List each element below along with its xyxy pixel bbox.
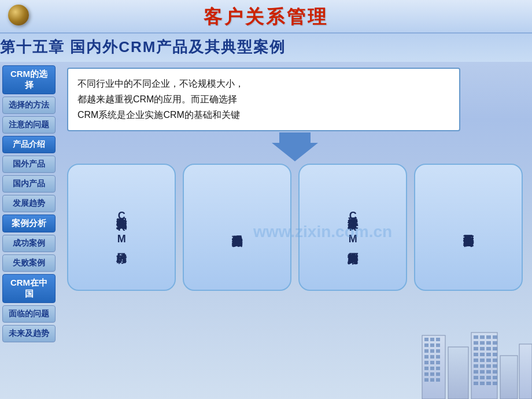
buildings-illustration (416, 330, 532, 399)
svg-rect-64 (493, 382, 497, 385)
svg-rect-14 (424, 355, 428, 359)
cards-row: 明确企业实施CRM的目标 分析实现企业目标的方法途径 多渠道了解各家CRM厂商的… (67, 164, 523, 291)
svg-rect-34 (480, 341, 485, 345)
svg-rect-37 (474, 347, 478, 350)
svg-rect-44 (493, 353, 497, 356)
intro-box: 不同行业中的不同企业，不论规模大小， 都越来越重视CRM的应用。而正确选择 CR… (67, 68, 460, 131)
sidebar-item-4[interactable]: 国外产品 (2, 156, 56, 173)
svg-rect-9 (430, 343, 434, 347)
svg-rect-10 (436, 343, 440, 347)
sidebar-item-7[interactable]: 案例分析 (2, 215, 56, 232)
subtitle-text-suffix: 产品及其典型案例 (156, 38, 286, 56)
svg-rect-6 (430, 338, 434, 341)
sidebar-item-5[interactable]: 国内产品 (2, 175, 56, 193)
app-title: 客户关系管理 (0, 5, 532, 30)
svg-rect-50 (480, 364, 485, 368)
svg-rect-11 (424, 349, 428, 353)
sidebar-item-2[interactable]: 注意的问题 (2, 116, 56, 134)
svg-rect-43 (486, 353, 491, 356)
svg-rect-53 (474, 370, 478, 374)
sidebar-item-11[interactable]: 面临的问题 (2, 305, 56, 323)
sidebar-item-6[interactable]: 发展趋势 (2, 195, 56, 212)
sidebar-item-9[interactable]: 失败案例 (2, 254, 56, 272)
sidebar-item-0[interactable]: CRM的选择 (2, 65, 56, 94)
svg-rect-22 (436, 367, 440, 370)
svg-rect-47 (486, 359, 491, 362)
subtitle-text-prefix: 第十五章 国内外 (0, 38, 119, 56)
svg-rect-60 (493, 376, 497, 379)
svg-rect-27 (430, 378, 434, 382)
svg-rect-29 (474, 335, 478, 339)
svg-rect-46 (480, 359, 485, 362)
svg-rect-57 (474, 376, 478, 379)
svg-rect-32 (493, 335, 497, 339)
svg-rect-58 (480, 376, 485, 379)
sidebar-item-10[interactable]: CRM在中国 (2, 274, 56, 303)
svg-rect-48 (493, 359, 497, 362)
sidebar-item-12[interactable]: 未来及趋势 (2, 325, 56, 342)
svg-rect-23 (424, 372, 428, 376)
svg-rect-4 (519, 344, 532, 399)
card-4: 全面了解备选的软件厂商 (414, 164, 523, 291)
svg-rect-19 (436, 361, 440, 364)
svg-rect-63 (486, 382, 491, 385)
sidebar-item-8[interactable]: 成功案例 (2, 235, 56, 252)
svg-rect-33 (474, 341, 478, 345)
sidebar-item-3[interactable]: 产品介绍 (2, 136, 56, 153)
arrow-shaft (279, 132, 311, 143)
page-subtitle: 第十五章 国内外CRM产品及其典型案例 (0, 34, 532, 62)
svg-rect-51 (486, 364, 491, 368)
svg-rect-56 (493, 370, 497, 374)
card-3: 多渠道了解各家CRM厂商的解决方案 (298, 164, 407, 291)
subtitle-crm: CRM (119, 38, 156, 56)
svg-rect-28 (436, 378, 440, 382)
intro-line1: 不同行业中的不同企业，不论规模大小， (77, 79, 244, 88)
down-arrow (272, 132, 318, 161)
svg-rect-5 (424, 338, 428, 341)
svg-rect-36 (493, 341, 497, 345)
svg-rect-54 (480, 370, 485, 374)
sidebar: CRM的选择选择的方法注意的问题产品介绍国外产品国内产品发展趋势案例分析成功案例… (0, 62, 58, 399)
svg-rect-16 (436, 355, 440, 359)
svg-rect-62 (480, 382, 485, 385)
svg-rect-15 (430, 355, 434, 359)
svg-rect-39 (486, 347, 491, 350)
svg-rect-13 (436, 349, 440, 353)
svg-rect-18 (430, 361, 434, 364)
svg-rect-3 (500, 356, 518, 399)
svg-rect-21 (430, 367, 434, 370)
card-1: 明确企业实施CRM的目标 (67, 164, 176, 291)
svg-rect-17 (424, 361, 428, 364)
svg-rect-40 (493, 347, 497, 350)
svg-rect-49 (474, 364, 478, 368)
svg-rect-41 (474, 353, 478, 356)
svg-rect-24 (430, 372, 434, 376)
svg-rect-42 (480, 353, 485, 356)
svg-rect-26 (424, 378, 428, 382)
svg-rect-35 (486, 341, 491, 345)
svg-rect-8 (424, 343, 428, 347)
card-2: 分析实现企业目标的方法途径 (183, 164, 291, 291)
svg-rect-61 (474, 382, 478, 385)
decorative-ball (8, 5, 29, 25)
svg-rect-59 (486, 376, 491, 379)
intro-line3: CRM系统是企业实施CRM的基础和关键 (77, 110, 240, 120)
svg-rect-45 (474, 359, 478, 362)
svg-rect-31 (486, 335, 491, 339)
svg-rect-1 (448, 347, 468, 399)
svg-rect-12 (430, 349, 434, 353)
svg-rect-30 (480, 335, 485, 339)
sidebar-item-1[interactable]: 选择的方法 (2, 97, 56, 114)
intro-line2: 都越来越重视CRM的应用。而正确选择 (77, 94, 237, 104)
svg-rect-25 (436, 372, 440, 376)
svg-rect-52 (493, 364, 497, 368)
svg-rect-7 (436, 338, 440, 341)
header: 客户关系管理 (0, 0, 532, 34)
arrow-head (272, 143, 318, 161)
svg-rect-38 (480, 347, 485, 350)
svg-rect-20 (424, 367, 428, 370)
svg-rect-55 (486, 370, 491, 374)
